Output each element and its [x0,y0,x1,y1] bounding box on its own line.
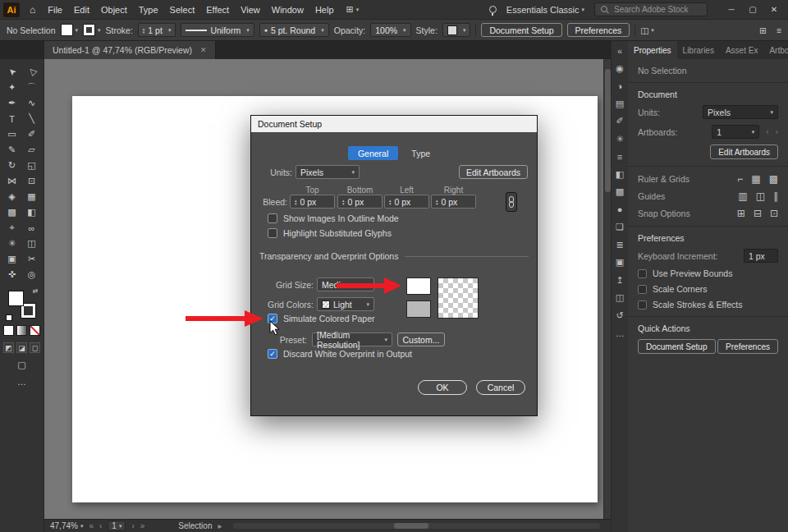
curvature-tool[interactable]: ∿ [23,95,41,111]
scale-corners-checkbox[interactable]: Scale Corners [638,284,778,294]
default-fill-stroke-icon[interactable] [6,314,12,321]
menu-file[interactable]: File [42,5,68,15]
align-options-dropdown[interactable]: ◫ ▾ [640,25,653,35]
artboards-panel-icon[interactable]: ▣ [616,257,624,268]
grid-colors-select[interactable]: Light ▾ [317,297,374,311]
show-images-outline-checkbox[interactable]: Show Images In Outline Mode [268,213,399,223]
tab-artboards[interactable]: Artboar [763,41,788,59]
artboards-select[interactable]: 1 ▾ [712,125,759,139]
tab-asset-export[interactable]: Asset Ex [720,41,763,59]
line-segment-tool[interactable]: ╲ [23,111,41,126]
color-button[interactable] [3,325,14,336]
free-transform-tool[interactable]: ⊡ [23,173,41,189]
custom-button[interactable]: Custom... [397,332,445,346]
grid-icon[interactable]: ▦ [751,173,760,185]
close-button[interactable]: ✕ [763,0,785,20]
pixel-grid-icon[interactable]: ▩ [769,173,778,185]
preferences-button[interactable]: Preferences [717,339,778,354]
dialog-title-bar[interactable]: Document Setup [251,116,537,132]
tab-properties[interactable]: Properties [628,41,677,59]
edit-artboards-button[interactable]: Edit Artboards [459,165,528,179]
perspective-grid-tool[interactable]: ▦ [23,189,41,204]
home-icon[interactable]: ⌂ [23,4,42,16]
use-preview-bounds-checkbox[interactable]: Use Preview Bounds [638,268,778,278]
artboard-tool[interactable]: ▣ [3,251,21,267]
style-dropdown[interactable]: ▾ [442,23,471,37]
snap-to-pixel-icon[interactable]: ⊟ [754,208,762,219]
more-panels-icon[interactable]: … [616,328,625,338]
units-select[interactable]: Pixels ▾ [703,105,778,119]
preset-select[interactable]: [Medium Resolution] ▾ [312,332,392,346]
ruler-icon[interactable]: ⌐ [737,173,743,185]
tab-close-icon[interactable]: ✕ [200,46,207,54]
tab-libraries[interactable]: Libraries [677,41,720,59]
opacity-field[interactable]: 100% ▾ [370,23,410,37]
snap-to-point-icon[interactable]: ⊡ [770,208,778,219]
next-artboard-icon[interactable]: › [776,127,778,136]
cancel-button[interactable]: Cancel [476,380,525,395]
color-panel-icon[interactable]: ◉ [616,63,624,74]
snap-to-grid-icon[interactable]: ⊞ [737,208,745,219]
maximize-button[interactable]: ▢ [742,0,763,20]
stroke-weight-field[interactable]: ▴▾ 1 pt ▾ [138,23,176,37]
stepper-icon[interactable]: ▴▾ [436,199,438,205]
menu-view[interactable]: View [235,5,266,15]
draw-inside-icon[interactable]: ◻ [30,342,40,353]
last-artboard-icon[interactable]: » [140,521,145,530]
ok-button[interactable]: OK [418,380,467,395]
shape-builder-tool[interactable]: ◈ [3,189,21,204]
menu-type[interactable]: Type [133,5,164,15]
panel-menu-icon[interactable]: ≡ [777,25,781,35]
artboard-number-dropdown[interactable]: 1 ▾ [108,521,126,531]
paper-shadow-swatch[interactable] [406,300,431,318]
smart-guides-icon[interactable]: ∥ [773,190,778,202]
link-bleeds-icon[interactable] [506,192,517,212]
screen-mode-icon[interactable]: ▢ [17,360,25,370]
scale-tool[interactable]: ◱ [23,158,41,173]
minimize-button[interactable]: ─ [721,0,742,20]
stroke-color-dropdown[interactable]: ▾ [83,24,101,36]
graphic-styles-panel-icon[interactable]: ❏ [616,222,624,232]
previous-artboard-icon[interactable]: ‹ [99,521,102,530]
tab-type[interactable]: Type [401,146,440,160]
mesh-tool[interactable]: ▩ [3,204,21,220]
none-button[interactable] [30,325,40,336]
stepper-icon[interactable]: ▴▾ [143,27,145,34]
menu-edit[interactable]: Edit [68,5,95,15]
previous-artboard-icon[interactable]: ‹ [766,127,768,136]
paper-color-swatch[interactable] [406,277,431,295]
brushes-panel-icon[interactable]: ✐ [616,116,623,126]
menu-help[interactable]: Help [309,5,340,15]
stepper-icon[interactable]: ▴▾ [342,199,345,205]
vertical-scrollbar-thumb[interactable] [605,69,611,192]
eraser-tool[interactable]: ▱ [23,142,41,158]
symbol-sprayer-tool[interactable]: ✳ [3,236,21,251]
fill-color-dropdown[interactable]: ▾ [61,24,79,36]
document-setup-button[interactable]: Document Setup [481,23,561,37]
status-menu-icon[interactable]: ▸ [218,521,222,530]
swatches-panel-icon[interactable]: ▤ [616,99,624,109]
horizontal-scrollbar-thumb[interactable] [394,523,428,529]
blend-tool[interactable]: ∞ [23,220,41,236]
zoom-tool[interactable]: ◎ [23,267,41,282]
rectangle-tool[interactable]: ▭ [3,126,21,142]
workspace-switcher-icon[interactable]: ⊞ ▾ [346,4,360,15]
rotate-tool[interactable]: ↻ [3,158,21,173]
next-artboard-icon[interactable]: › [131,521,134,530]
arrange-documents-icon[interactable]: ⊞ [759,25,767,35]
stepper-icon[interactable]: ▴▾ [295,199,297,205]
units-select[interactable]: Pixels ▾ [296,165,360,179]
edit-artboards-button[interactable]: Edit Artboards [710,144,778,159]
draw-behind-icon[interactable]: ◪ [16,342,27,353]
lock-guides-icon[interactable]: ◫ [756,190,765,202]
simulate-colored-paper-checkbox[interactable]: ✓ Simulate Colored Paper [268,314,374,323]
keyboard-increment-field[interactable]: 1 px [744,249,778,263]
fill-swatch[interactable] [8,291,24,306]
preferences-button[interactable]: Preferences [567,23,630,37]
stock-search-input[interactable]: Search Adobe Stock [594,2,708,16]
brush-definition-dropdown[interactable]: Uniform ▾ [181,23,254,37]
edit-toolbar-icon[interactable]: … [17,377,26,387]
first-artboard-icon[interactable]: « [89,521,94,530]
variable-width-profile-dropdown[interactable]: ● 5 pt. Round ▾ [259,23,329,37]
pencil-tool[interactable]: ✎ [3,142,21,158]
